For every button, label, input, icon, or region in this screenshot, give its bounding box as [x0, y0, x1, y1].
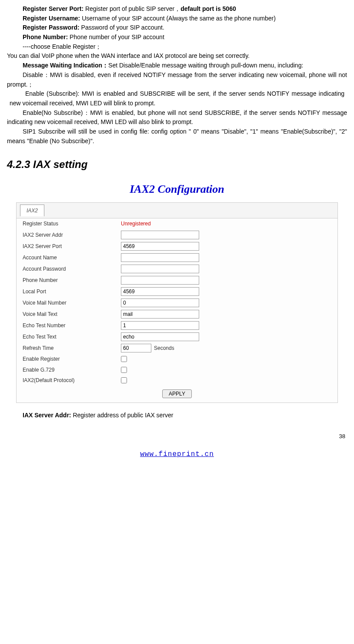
dial-voip-line: You can dial VoIP phone when the WAN int… [7, 51, 347, 61]
row-refresh-time: Refresh Time Seconds [17, 342, 337, 354]
server-port-label: IAX2 Server Port [21, 242, 121, 251]
register-server-port-line: Register Server Port: Register port of p… [7, 4, 347, 14]
row-account-name: Account Name [17, 252, 337, 263]
account-password-label: Account Password [21, 265, 121, 273]
echo-num-input[interactable] [121, 321, 199, 330]
phone-number-line: Phone Number: Phone number of your SIP a… [7, 33, 347, 42]
row-vm-number: Voice Mail Number [17, 297, 337, 309]
server-addr-input[interactable] [121, 231, 199, 239]
iax2-config-block: IAX2 Configuration IAX2 Register Status … [16, 181, 338, 403]
phone-number-text: Phone number of your SIP account [68, 34, 164, 40]
row-echo-num: Echo Test Number [17, 320, 337, 331]
register-status-value: Unregistered [121, 220, 151, 228]
row-phone-number: Phone Number [17, 275, 337, 286]
row-vm-text: Voice Mail Text [17, 309, 337, 320]
mwi-text: Set Disable/Enable message waiting throu… [108, 62, 303, 69]
register-username-label: Register Username: [7, 15, 80, 22]
section-title: 4.2.3 IAX setting [7, 156, 347, 172]
page-number: 38 [7, 432, 345, 441]
tab-row: IAX2 [17, 203, 337, 219]
phone-number-label-form: Phone Number [21, 276, 121, 285]
mwi-label: Message Waiting Indication： [23, 62, 108, 69]
row-register-status: Register Status Unregistered [17, 218, 337, 229]
refresh-time-units: Seconds [154, 344, 174, 352]
echo-num-label: Echo Test Number [21, 322, 121, 330]
row-default-protocol: IAX2(Default Protocol) [17, 375, 337, 386]
refresh-time-label: Refresh Time [21, 344, 121, 352]
register-username-line: Register Username: Username of your SIP … [7, 14, 347, 23]
row-enable-register: Enable Register [17, 354, 337, 365]
register-server-port-tail: default port is 5060 [180, 5, 236, 12]
default-protocol-label: IAX2(Default Protocol) [21, 376, 121, 385]
register-password-line: Register Password: Password of your SIP … [7, 23, 347, 33]
mwi-heading-line: Message Waiting Indication：Set Disable/E… [7, 61, 347, 70]
local-port-input[interactable] [121, 287, 199, 296]
account-name-input[interactable] [121, 253, 199, 262]
echo-text-input[interactable] [121, 332, 199, 341]
apply-button[interactable]: APPLY [162, 389, 192, 398]
phone-number-label: Phone Number: [23, 34, 68, 40]
register-status-label: Register Status [21, 220, 121, 228]
local-port-label: Local Port [21, 288, 121, 296]
iax-server-addr-label: IAX Server Addr: [23, 412, 71, 419]
vm-text-input[interactable] [121, 310, 199, 319]
row-local-port: Local Port [17, 286, 337, 297]
register-password-text: Password of your SIP account. [80, 24, 164, 31]
iax2-config-panel: IAX2 Register Status Unregistered IAX2 S… [16, 202, 338, 403]
phone-number-input[interactable] [121, 276, 199, 285]
iax-server-addr-desc: IAX Server Addr: Register address of pub… [7, 411, 347, 420]
register-server-port-text: Register port of public SIP server， [83, 5, 180, 12]
register-username-text: Username of your SIP account (Always the… [80, 15, 276, 22]
row-server-port: IAX2 Server Port [17, 241, 337, 252]
iax2-config-title: IAX2 Configuration [16, 181, 338, 198]
apply-row: APPLY [17, 386, 337, 402]
register-server-port-label: Register Server Port: [23, 5, 83, 12]
enable-register-checkbox[interactable] [121, 356, 127, 362]
server-addr-label: IAX2 Server Addr [21, 231, 121, 239]
iax-server-addr-text: Register address of public IAX server [71, 412, 174, 419]
account-name-label: Account Name [21, 254, 121, 262]
footer-link[interactable]: www.fineprint.cn [140, 450, 214, 458]
row-account-password: Account Password [17, 263, 337, 275]
choose-enable-line: ----choose Enable Register； [7, 42, 347, 52]
mwi-disable-line: Disable：MWI is disabled, even if receive… [7, 70, 347, 89]
account-password-input[interactable] [121, 265, 199, 273]
mwi-enable-nosub-line: Enable(No Subscribe)：MWI is enabled, but… [7, 108, 347, 127]
footer-link-container: www.fineprint.cn [7, 449, 347, 460]
row-enable-g729: Enable G.729 [17, 365, 337, 376]
register-password-label: Register Password: [23, 24, 80, 31]
vm-text-label: Voice Mail Text [21, 310, 121, 319]
enable-g729-label: Enable G.729 [21, 366, 121, 374]
sip1-subscribe-line: SIP1 Subscribe will still be used in con… [7, 127, 347, 146]
tab-iax2[interactable]: IAX2 [20, 205, 44, 217]
enable-g729-checkbox[interactable] [121, 367, 127, 373]
refresh-time-input[interactable] [121, 344, 151, 352]
default-protocol-checkbox[interactable] [121, 377, 127, 383]
vm-number-input[interactable] [121, 299, 199, 307]
mwi-enable-sub-line: Enable (Subscribe): MWI is enabled and S… [7, 89, 347, 108]
vm-number-label: Voice Mail Number [21, 299, 121, 307]
echo-text-label: Echo Test Text [21, 333, 121, 341]
enable-register-label: Enable Register [21, 355, 121, 363]
row-echo-text: Echo Test Text [17, 331, 337, 342]
server-port-input[interactable] [121, 242, 199, 251]
row-server-addr: IAX2 Server Addr [17, 229, 337, 241]
